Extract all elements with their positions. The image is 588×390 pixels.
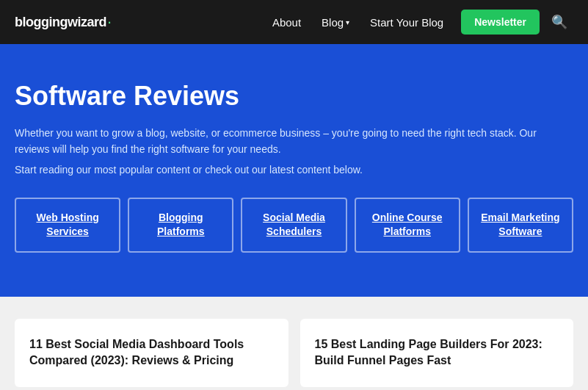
newsletter-button[interactable]: Newsletter	[461, 10, 540, 35]
hero-description: Whether you want to grow a blog, website…	[15, 125, 573, 158]
search-icon[interactable]: 🔍	[545, 8, 573, 36]
article-title-1: 15 Best Landing Page Builders For 2023: …	[315, 336, 559, 369]
page-title: Software Reviews	[15, 81, 573, 112]
category-card-email-marketing[interactable]: Email Marketing Software	[468, 198, 573, 253]
content-section: 11 Best Social Media Dashboard Tools Com…	[0, 297, 588, 390]
article-title-0: 11 Best Social Media Dashboard Tools Com…	[29, 336, 274, 369]
category-label-email-marketing: Email Marketing Software	[481, 212, 559, 238]
header: bloggingwizard · About Blog ▾ Start Your…	[0, 0, 588, 44]
chevron-down-icon: ▾	[346, 18, 349, 26]
article-card-0[interactable]: 11 Best Social Media Dashboard Tools Com…	[15, 319, 288, 387]
articles-grid: 11 Best Social Media Dashboard Tools Com…	[15, 319, 573, 387]
logo-area[interactable]: bloggingwizard ·	[15, 12, 112, 32]
category-grid: Web Hosting Services Blogging Platforms …	[15, 198, 573, 253]
hero-subtext: Start reading our most popular content o…	[15, 164, 573, 176]
category-label-social-media: Social Media Schedulers	[263, 212, 325, 238]
main-nav: About Blog ▾ Start Your Blog Newsletter …	[264, 8, 573, 36]
article-card-1[interactable]: 15 Best Landing Page Builders For 2023: …	[300, 319, 574, 387]
logo-dot: ·	[107, 12, 112, 32]
logo-text: bloggingwizard	[15, 15, 106, 30]
category-card-social-media[interactable]: Social Media Schedulers	[241, 198, 346, 253]
category-label-blogging: Blogging Platforms	[157, 212, 205, 238]
nav-about[interactable]: About	[264, 10, 310, 35]
hero-section: Software Reviews Whether you want to gro…	[0, 44, 588, 297]
nav-start-blog[interactable]: Start Your Blog	[361, 10, 452, 35]
category-card-web-hosting[interactable]: Web Hosting Services	[15, 198, 120, 253]
category-label-online-course: Online Course Platforms	[372, 212, 443, 238]
nav-blog[interactable]: Blog ▾	[313, 10, 358, 35]
category-card-blogging[interactable]: Blogging Platforms	[128, 198, 233, 253]
category-label-web-hosting: Web Hosting Services	[36, 212, 98, 238]
category-card-online-course[interactable]: Online Course Platforms	[355, 198, 460, 253]
